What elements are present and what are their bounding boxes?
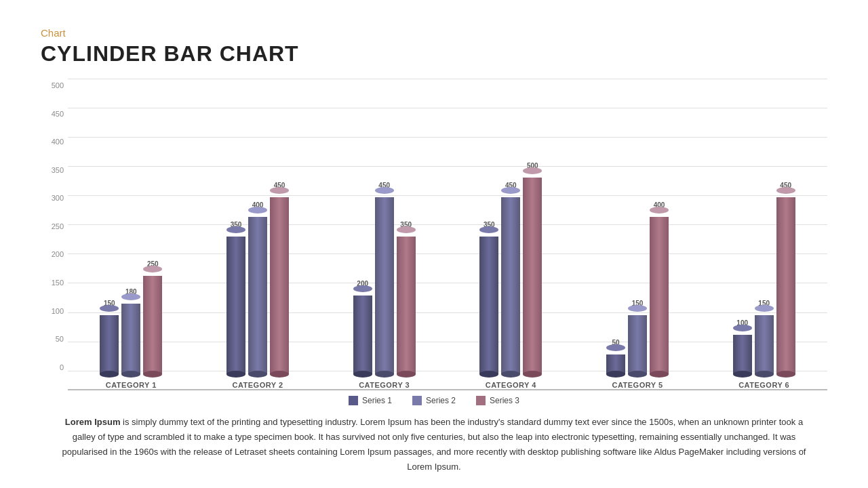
legend-item: Series 2: [412, 396, 456, 405]
legend-swatch: [476, 396, 486, 405]
bars-container: 100150450: [733, 171, 795, 374]
category-group: 200450350CATEGORY 3: [321, 171, 448, 389]
x-axis-line: [68, 389, 827, 390]
cylinder-bar: [606, 348, 625, 374]
cylinder-bar: [501, 190, 520, 374]
cylinder-bar: [121, 297, 140, 374]
bar-wrap: 150: [628, 300, 647, 374]
legend-item: Series 3: [476, 396, 519, 405]
y-axis-label: 150: [41, 279, 68, 287]
y-axis-label: 250: [41, 222, 68, 230]
chart-body: 150180250CATEGORY 1350400450CATEGORY 220…: [68, 79, 827, 392]
cylinder-bar: [776, 190, 795, 374]
category-group: 350400450CATEGORY 2: [195, 171, 321, 389]
chart-label: Chart: [41, 27, 827, 39]
description: Lorem Ipsum is simply dummy text of the …: [41, 415, 827, 474]
y-axis-label: 0: [41, 363, 68, 371]
legend: Series 1Series 2Series 3: [41, 396, 827, 405]
y-axis: 050100150200250300350400450500: [41, 79, 68, 392]
bar-wrap: 500: [523, 162, 542, 374]
chart-inner: 050100150200250300350400450500 150180250…: [41, 79, 827, 392]
bars-container: 350450500: [479, 171, 542, 374]
bar-wrap: 350: [226, 221, 245, 374]
bar-wrap: 180: [121, 288, 140, 374]
y-axis-label: 450: [41, 110, 68, 118]
legend-item: Series 1: [349, 396, 392, 405]
bars-container: 50150400: [606, 171, 669, 374]
bar-wrap: 450: [375, 182, 394, 374]
bars-container: 200450350: [353, 171, 416, 374]
bars-row: 150180250CATEGORY 1350400450CATEGORY 220…: [68, 79, 827, 389]
bar-wrap: 100: [733, 319, 752, 374]
category-label: CATEGORY 3: [359, 381, 410, 389]
category-group: 150180250CATEGORY 1: [68, 171, 195, 389]
cylinder-bar: [397, 230, 416, 374]
legend-label: Series 3: [490, 396, 519, 405]
bar-wrap: 250: [143, 260, 162, 374]
cylinder-bar: [479, 230, 498, 374]
bar-wrap: 450: [501, 182, 520, 374]
category-label: CATEGORY 5: [612, 381, 663, 389]
cylinder-bar: [755, 308, 774, 374]
cylinder-bar: [628, 308, 647, 374]
main-title: CYLINDER BAR CHART: [41, 41, 827, 66]
y-axis-label: 350: [41, 166, 68, 174]
bar-wrap: 450: [270, 182, 289, 374]
legend-swatch: [349, 396, 358, 405]
cylinder-bar: [733, 328, 752, 374]
description-text: is simply dummy text of the printing and…: [62, 417, 806, 472]
category-label: CATEGORY 2: [232, 381, 283, 389]
description-bold: Lorem Ipsum: [65, 417, 121, 427]
cylinder-bar: [143, 269, 162, 374]
category-group: 50150400CATEGORY 5: [574, 171, 701, 389]
cylinder-bar: [248, 210, 267, 374]
y-axis-label: 200: [41, 250, 68, 258]
page: Chart CYLINDER BAR CHART 050100150200250…: [0, 0, 868, 488]
bar-wrap: 200: [353, 280, 372, 374]
legend-label: Series 1: [362, 396, 392, 405]
cylinder-bar: [226, 230, 245, 374]
chart-area: 050100150200250300350400450500 150180250…: [41, 79, 827, 412]
bar-wrap: 150: [755, 300, 774, 374]
y-axis-label: 500: [41, 81, 68, 89]
category-label: CATEGORY 1: [106, 381, 157, 389]
bar-wrap: 450: [776, 182, 795, 374]
bar-wrap: 150: [100, 300, 119, 374]
cylinder-bar: [353, 289, 372, 374]
legend-swatch: [412, 396, 422, 405]
cylinder-bar: [270, 190, 289, 374]
cylinder-bar: [375, 190, 394, 374]
bars-container: 150180250: [100, 171, 162, 374]
y-axis-label: 100: [41, 307, 68, 315]
legend-label: Series 2: [426, 396, 456, 405]
bar-wrap: 50: [606, 339, 625, 374]
bars-container: 350400450: [226, 171, 289, 374]
y-axis-label: 300: [41, 194, 68, 202]
category-label: CATEGORY 4: [486, 381, 536, 389]
cylinder-bar: [523, 171, 542, 374]
cylinder-bar: [650, 210, 669, 374]
category-group: 350450500CATEGORY 4: [448, 171, 574, 389]
category-group: 100150450CATEGORY 6: [701, 171, 827, 389]
bar-wrap: 400: [650, 201, 669, 374]
y-axis-label: 400: [41, 138, 68, 146]
bar-wrap: 400: [248, 201, 267, 374]
cylinder-bar: [100, 308, 119, 374]
bar-wrap: 350: [397, 221, 416, 374]
bar-wrap: 350: [479, 221, 498, 374]
y-axis-label: 50: [41, 335, 68, 343]
category-label: CATEGORY 6: [738, 381, 789, 389]
